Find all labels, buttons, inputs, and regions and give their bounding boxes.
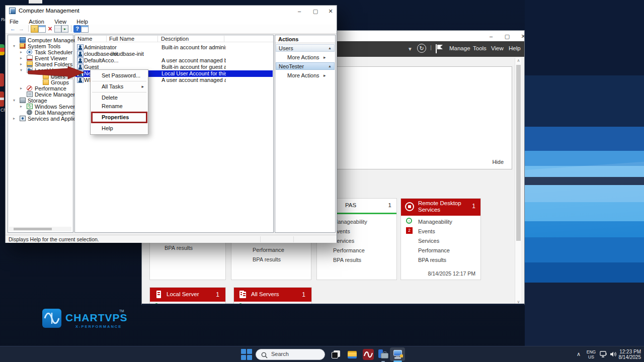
tree-item-system-tools[interactable]: ▾System Tools (8, 43, 73, 49)
sm-menu-manage[interactable]: Manage (449, 45, 470, 51)
local-server-tile[interactable]: Local Server 1 (149, 287, 226, 305)
context-item-properties[interactable]: Properties (91, 113, 148, 122)
window-icon[interactable] (38, 25, 46, 33)
tile2-row-bpa-results[interactable]: BPA results (253, 256, 281, 262)
file-explorer-icon[interactable] (346, 348, 358, 360)
cm-titlebar[interactable]: Computer Management – ▢ ✕ (6, 6, 337, 17)
tree-item-task-scheduler[interactable]: ▸Task Scheduler (8, 49, 73, 55)
tree-item-services-and-applications[interactable]: ▸Services and Applications (8, 116, 73, 122)
rds-row-manageability[interactable]: Manageability (418, 219, 452, 225)
computer-management-taskbar-icon[interactable] (392, 348, 405, 360)
collapsed-chevron-icon[interactable]: ▸ (13, 116, 15, 122)
sm-menu-help[interactable]: Help (509, 45, 521, 51)
scroll-down-icon[interactable]: ∨ (515, 300, 522, 304)
column-separator[interactable] (106, 36, 107, 42)
menu-view[interactable]: View (50, 18, 70, 25)
rds-row-events[interactable]: Events (418, 228, 435, 234)
collapsed-chevron-icon[interactable]: ▸ (20, 85, 22, 92)
back-icon[interactable]: ← (9, 25, 17, 33)
tree-hscroll-thumb[interactable] (14, 228, 52, 230)
desktop-icon-red-1[interactable] (0, 73, 4, 86)
tree-item-windows-server-backup[interactable]: ▸↻Windows Server Backup (8, 104, 73, 110)
expanded-chevron-icon[interactable]: ▾ (13, 98, 15, 104)
tree-item-performance[interactable]: ▸Performance (8, 85, 73, 92)
tree-item-groups[interactable]: Groups (8, 79, 73, 85)
rds-row-services[interactable]: Services (418, 238, 439, 244)
chartvps-app-icon[interactable] (362, 348, 374, 360)
context-item-help[interactable]: Help (91, 124, 148, 133)
search-box[interactable]: Search (256, 349, 325, 360)
desktop-icon-red-2[interactable] (0, 92, 4, 107)
tree-item-shared-folders[interactable]: ▸Shared Folders (8, 61, 73, 67)
network-icon[interactable] (600, 351, 607, 357)
expanded-chevron-icon[interactable]: ▾ (20, 67, 22, 73)
pas-row-manageability[interactable]: Manageability (333, 219, 367, 225)
rds-row-performance[interactable]: Performance (418, 247, 450, 253)
collapsed-chevron-icon[interactable]: ▸ (20, 55, 22, 61)
column-name[interactable]: Name (77, 36, 92, 42)
task-view-icon[interactable] (330, 348, 342, 360)
all-servers-tile[interactable]: All Servers 1 (233, 287, 312, 305)
language-indicator[interactable]: ENG US (585, 349, 597, 359)
export-list-icon[interactable]: ▸ (61, 25, 68, 33)
tile1-row-bpa-results[interactable]: BPA results (165, 245, 193, 251)
server-manager-icon[interactable] (377, 348, 389, 360)
cm-maximize-button[interactable]: ▢ (308, 7, 323, 16)
volume-icon[interactable] (610, 351, 617, 357)
tree-item-device-manager[interactable]: Device Manager (8, 92, 73, 98)
list-row-cloudbase-init[interactable]: cloudbase-initcloudbase-init (75, 51, 273, 57)
sm-scrollbar-thumb[interactable] (516, 65, 521, 241)
column-separator[interactable] (224, 36, 224, 42)
tree-item-event-viewer[interactable]: ▸Event Viewer (8, 55, 73, 61)
scroll-up-icon[interactable]: ∧ (515, 58, 522, 63)
sm-close-button[interactable]: ✕ (516, 32, 525, 41)
expanded-chevron-icon[interactable]: ▾ (13, 43, 15, 49)
cm-close-button[interactable]: ✕ (324, 7, 338, 16)
tree-item-disk-management[interactable]: Disk Management (8, 110, 73, 116)
help-icon[interactable]: ? (73, 25, 81, 33)
sm-menu-tools[interactable]: Tools (473, 45, 487, 51)
pas-row-performance[interactable]: Performance (333, 247, 365, 253)
forward-icon[interactable]: → (17, 25, 26, 33)
tree-item-computer-management-local[interactable]: Computer Management (Local (8, 37, 73, 43)
context-item-delete[interactable]: Delete (91, 94, 148, 102)
menu-help[interactable]: Help (72, 18, 92, 25)
collapsed-chevron-icon[interactable]: ▸ (20, 49, 22, 55)
delete-icon[interactable]: × (46, 25, 54, 33)
sm-menu-view[interactable]: View (491, 45, 504, 51)
collapsed-chevron-icon[interactable]: ▸ (20, 61, 22, 67)
tree-item-storage[interactable]: ▾Storage (8, 98, 73, 104)
column-separator[interactable] (157, 36, 158, 42)
start-button[interactable] (241, 349, 252, 360)
collapse-icon[interactable]: ▲ (328, 64, 332, 68)
tray-chevron-icon[interactable]: ∧ (577, 351, 581, 357)
sm-maximize-button[interactable]: ▢ (500, 32, 514, 41)
context-item-set-password[interactable]: Set Password... (91, 71, 148, 80)
actions-section-neotester[interactable]: NeoTester ▲ (276, 62, 335, 70)
actions-section-users[interactable]: Users ▲ (276, 44, 335, 52)
context-item-rename[interactable]: Rename (91, 102, 148, 111)
menu-action[interactable]: Action (25, 18, 48, 25)
hide-link[interactable]: Hide (492, 159, 504, 165)
notifications-caret-icon[interactable]: ▾ (409, 45, 412, 52)
rds-tile-header[interactable]: Remote Desktop Services 1 (401, 199, 480, 216)
column-full-name[interactable]: Full Name (109, 36, 134, 42)
cm-minimize-button[interactable]: – (292, 7, 306, 16)
neotester-more-actions[interactable]: More Actions ▸ (287, 72, 319, 79)
refresh-icon[interactable]: ↻ (417, 44, 426, 53)
list-header[interactable]: Name Full Name Description (75, 35, 273, 42)
all-servers-header[interactable]: All Servers 1 (234, 288, 311, 302)
local-server-header[interactable]: Local Server 1 (150, 288, 225, 302)
collapsed-chevron-icon[interactable]: ▸ (20, 104, 22, 110)
tree-item-users[interactable]: Users (8, 73, 73, 79)
users-more-actions[interactable]: More Actions ▸ (287, 54, 319, 61)
rds-row-bpa-results[interactable]: BPA results (418, 257, 446, 263)
column-description[interactable]: Description (161, 36, 189, 42)
tile2-row-performance[interactable]: Performance (253, 247, 284, 253)
list-row-administrator[interactable]: AdministratorBuilt-in account for admini… (75, 44, 273, 51)
export-icon[interactable]: ↑ (31, 25, 38, 33)
pas-row-bpa-results[interactable]: BPA results (333, 257, 361, 263)
flag-icon[interactable] (435, 44, 443, 54)
chrome-icon[interactable] (0, 44, 5, 55)
sm-scrollbar[interactable]: ∧ ∨ (515, 58, 521, 305)
